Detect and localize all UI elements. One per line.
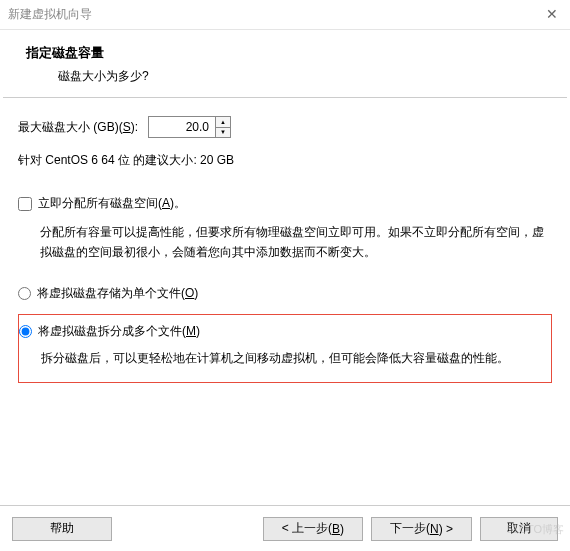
store-multi-radio[interactable] <box>19 325 32 338</box>
footer: 帮助 < 上一步(B) 下一步(N) > 取消 <box>0 505 570 551</box>
spinner-down-icon[interactable]: ▼ <box>216 128 230 138</box>
next-button[interactable]: 下一步(N) > <box>371 517 472 541</box>
disk-size-spinner[interactable]: ▲ ▼ <box>148 116 231 138</box>
nav-buttons: < 上一步(B) 下一步(N) > 取消 <box>263 517 558 541</box>
titlebar: 新建虚拟机向导 ✕ <box>0 0 570 30</box>
store-single-radio[interactable] <box>18 287 31 300</box>
store-multi-label: 将虚拟磁盘拆分成多个文件(M) <box>38 323 200 340</box>
store-single-row[interactable]: 将虚拟磁盘存储为单个文件(O) <box>18 285 552 302</box>
allocate-now-checkbox[interactable] <box>18 197 32 211</box>
spinner-up-icon[interactable]: ▲ <box>216 117 230 128</box>
store-multi-row[interactable]: 将虚拟磁盘拆分成多个文件(M) <box>19 323 543 340</box>
disk-size-row: 最大磁盘大小 (GB)(S): ▲ ▼ <box>18 116 552 138</box>
spinner-buttons: ▲ ▼ <box>215 117 230 137</box>
recommend-text: 针对 CentOS 6 64 位 的建议大小: 20 GB <box>18 152 552 169</box>
allocate-now-label: 立即分配所有磁盘空间(A)。 <box>38 195 186 212</box>
disk-size-label: 最大磁盘大小 (GB)(S): <box>18 119 138 136</box>
allocate-now-desc: 分配所有容量可以提高性能，但要求所有物理磁盘空间立即可用。如果不立即分配所有空间… <box>18 222 552 263</box>
allocate-now-row[interactable]: 立即分配所有磁盘空间(A)。 <box>18 195 552 212</box>
page-title: 指定磁盘容量 <box>26 44 562 62</box>
back-button[interactable]: < 上一步(B) <box>263 517 363 541</box>
close-icon[interactable]: ✕ <box>546 6 558 22</box>
disk-size-input[interactable] <box>149 117 215 137</box>
store-single-label: 将虚拟磁盘存储为单个文件(O) <box>37 285 198 302</box>
content: 最大磁盘大小 (GB)(S): ▲ ▼ 针对 CentOS 6 64 位 的建议… <box>0 98 570 383</box>
cancel-button[interactable]: 取消 <box>480 517 558 541</box>
window-title: 新建虚拟机向导 <box>8 6 92 23</box>
store-multi-highlight: 将虚拟磁盘拆分成多个文件(M) 拆分磁盘后，可以更轻松地在计算机之间移动虚拟机，… <box>18 314 552 383</box>
store-multi-desc: 拆分磁盘后，可以更轻松地在计算机之间移动虚拟机，但可能会降低大容量磁盘的性能。 <box>19 348 543 368</box>
help-button[interactable]: 帮助 <box>12 517 112 541</box>
page-subtitle: 磁盘大小为多少? <box>26 68 562 85</box>
wizard-header: 指定磁盘容量 磁盘大小为多少? <box>0 30 570 97</box>
